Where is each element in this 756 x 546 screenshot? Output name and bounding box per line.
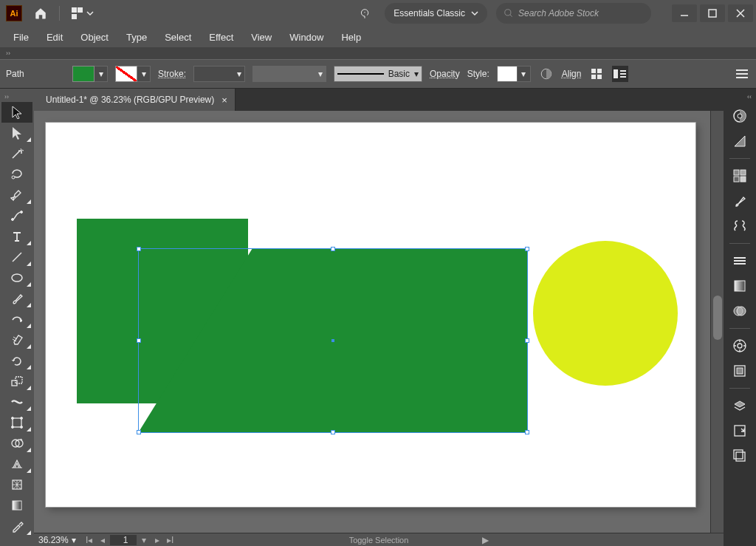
tool-curvature[interactable] [1, 205, 32, 226]
tool-eyedropper[interactable] [1, 516, 32, 536]
stroke-swatch[interactable]: ▾ [115, 66, 151, 82]
maximize-button[interactable] [700, 4, 725, 22]
minimize-button[interactable] [672, 4, 697, 22]
tool-type[interactable] [1, 226, 32, 247]
tool-lasso[interactable] [1, 164, 32, 185]
tool-perspective-grid[interactable] [1, 454, 32, 474]
menu-effect[interactable]: Effect [200, 29, 242, 46]
status-menu-button[interactable]: ▶ [482, 535, 489, 545]
tool-gradient[interactable] [1, 495, 32, 516]
tool-selection[interactable] [1, 102, 32, 123]
shape-circle[interactable] [533, 241, 678, 386]
artboard-index[interactable]: 1 [110, 535, 137, 545]
document-tabs: Untitled-1* @ 36.23% (RGB/GPU Preview) × [34, 89, 724, 111]
arrange-documents-button[interactable] [69, 4, 97, 23]
variable-width-profile-dropdown[interactable]: ▾ [252, 66, 326, 82]
panel-graphic-styles[interactable] [726, 360, 753, 382]
document-tab[interactable]: Untitled-1* @ 36.23% (RGB/GPU Preview) × [34, 89, 236, 111]
tool-shape-builder[interactable] [1, 433, 32, 454]
panel-layers[interactable] [726, 395, 753, 417]
menu-type[interactable]: Type [117, 29, 156, 46]
first-artboard-button[interactable]: I◂ [83, 535, 95, 545]
tool-free-transform[interactable] [1, 412, 32, 433]
svg-point-0 [365, 12, 365, 13]
menu-select[interactable]: Select [156, 29, 200, 46]
svg-point-11 [21, 211, 23, 214]
shape-parallelogram-selected[interactable] [138, 248, 528, 433]
align-label[interactable]: Align [562, 69, 582, 79]
menu-object[interactable]: Object [72, 29, 117, 46]
tool-line[interactable] [1, 247, 32, 267]
panel-swatches[interactable] [726, 165, 753, 187]
svg-rect-40 [734, 450, 743, 459]
svg-point-35 [738, 344, 742, 348]
tool-ellipse[interactable] [1, 267, 32, 288]
home-button[interactable] [31, 4, 50, 23]
close-tab-button[interactable]: × [221, 95, 227, 106]
panel-color[interactable] [726, 105, 753, 127]
menu-view[interactable]: View [242, 29, 281, 46]
last-artboard-button[interactable]: ▸I [165, 535, 176, 545]
panel-color-guide[interactable] [726, 130, 753, 152]
tool-pen[interactable] [1, 185, 32, 205]
panel-transparency[interactable] [726, 300, 753, 322]
panel-brushes[interactable] [726, 190, 753, 212]
prev-artboard-button[interactable]: ◂ [97, 535, 109, 545]
transform-panel-button[interactable] [588, 66, 605, 82]
svg-point-26 [738, 114, 742, 118]
workspace-label: Essentials Classic [394, 8, 465, 18]
svg-rect-7 [597, 75, 602, 79]
tool-mesh[interactable] [1, 474, 32, 495]
tool-width[interactable] [1, 392, 32, 412]
menu-window[interactable]: Window [281, 29, 332, 46]
workspace-switcher[interactable]: Essentials Classic [385, 3, 487, 24]
tool-pencil[interactable] [1, 309, 32, 330]
svg-rect-5 [597, 69, 602, 73]
document-area: Untitled-1* @ 36.23% (RGB/GPU Preview) × [34, 89, 724, 546]
panel-stroke[interactable] [726, 250, 753, 272]
recolor-artwork-button[interactable] [538, 66, 554, 82]
graphic-style-dropdown[interactable]: ▾ [497, 66, 531, 82]
chevron-down-icon[interactable]: ▾ [138, 535, 150, 545]
menu-help[interactable]: Help [332, 29, 370, 46]
artboard[interactable] [46, 123, 695, 507]
chevron-down-icon: ▾ [137, 66, 151, 82]
document-tab-title: Untitled-1* @ 36.23% (RGB/GPU Preview) [46, 95, 214, 105]
tool-eraser[interactable] [1, 330, 32, 350]
search-stock-input[interactable]: Search Adobe Stock [496, 3, 651, 24]
menu-edit[interactable]: Edit [38, 29, 72, 46]
vertical-scrollbar[interactable] [710, 111, 724, 533]
panel-dock: ‹‹ [724, 89, 756, 546]
close-window-button[interactable] [728, 4, 753, 22]
panel-menu-button[interactable] [734, 66, 750, 82]
zoom-level-dropdown[interactable]: 36.23% ▾ [34, 533, 80, 546]
tool-scale[interactable] [1, 371, 32, 392]
discover-button[interactable] [357, 4, 376, 23]
control-bar-expand[interactable]: ›› [0, 47, 756, 59]
isolate-button[interactable] [612, 66, 628, 82]
panel-asset-export[interactable] [726, 420, 753, 442]
panel-appearance[interactable] [726, 335, 753, 357]
menu-file[interactable]: File [4, 29, 38, 46]
tool-magic-wand[interactable] [1, 143, 32, 164]
tool-rotate[interactable] [1, 350, 32, 371]
tool-direct-selection[interactable] [1, 123, 32, 143]
chevron-down-icon: ▾ [72, 535, 76, 545]
scrollbar-thumb[interactable] [713, 296, 722, 340]
fill-swatch[interactable]: ▾ [72, 66, 108, 82]
opacity-label[interactable]: Opacity [430, 69, 460, 79]
tool-paintbrush[interactable] [1, 288, 32, 309]
panel-dock-collapse[interactable]: ‹‹ [724, 92, 756, 102]
next-artboard-button[interactable]: ▸ [151, 535, 163, 545]
svg-rect-27 [734, 170, 739, 175]
svg-rect-2 [709, 10, 716, 17]
svg-rect-37 [737, 368, 743, 374]
panel-gradient[interactable] [726, 275, 753, 297]
brush-definition-dropdown[interactable]: Basic ▾ [334, 66, 422, 82]
svg-point-18 [12, 426, 14, 429]
panel-artboards[interactable] [726, 445, 753, 467]
canvas[interactable]: 36.23% ▾ I◂ ◂ 1 ▾ ▸ ▸I Toggle Selection … [34, 111, 724, 546]
stroke-weight-dropdown[interactable]: ▾ [193, 66, 245, 82]
panel-symbols[interactable] [726, 215, 753, 237]
tool-panel-collapse[interactable]: ›› [0, 92, 34, 102]
